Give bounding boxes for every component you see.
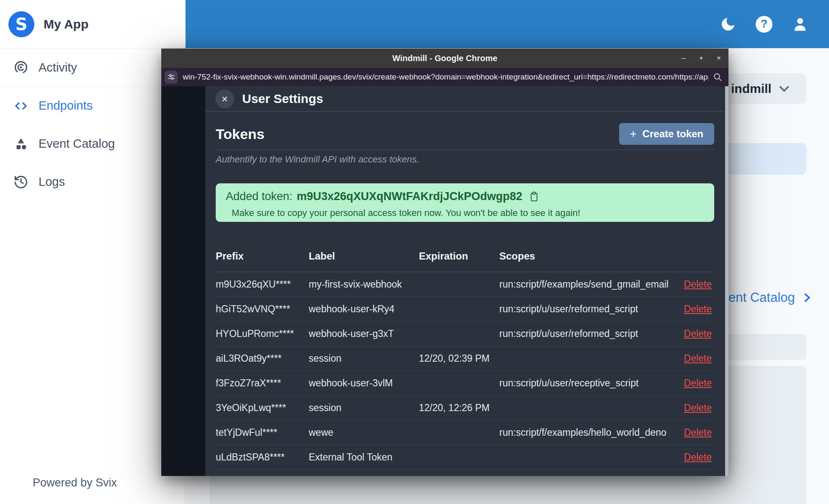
- tokens-table-body: m9U3x26qXU**** my-first-svix-webhook run…: [216, 272, 714, 476]
- history-clock-icon: [13, 175, 28, 190]
- screen: ? S My App Activity Endpoints: [0, 0, 829, 504]
- url-text[interactable]: win-752-fix-svix-webhook-win.windmill.pa…: [183, 72, 708, 82]
- close-drawer-button[interactable]: ✕: [215, 90, 234, 108]
- table-row: m9U3x26qXU**** my-first-svix-webhook run…: [216, 272, 714, 297]
- token-actions-cell: Delete: [681, 303, 714, 315]
- powered-by-svix: Powered by Svix: [33, 476, 117, 489]
- window-title: Windmill - Google Chrome: [393, 54, 498, 63]
- token-actions-cell: Delete: [681, 328, 714, 339]
- maximize-button[interactable]: +: [697, 54, 705, 62]
- create-token-label: Create token: [643, 128, 703, 140]
- token-created-alert: Added token: m9U3x26qXUXqNWtFAKrdjJCkPOd…: [216, 183, 714, 222]
- chevron-right-icon: [801, 292, 813, 303]
- sidebar-item-label: Logs: [39, 175, 65, 189]
- event-catalog-link-label: ent Catalog: [728, 290, 795, 305]
- user-icon: [791, 15, 809, 33]
- tokens-header-row: Tokens + Create token: [216, 123, 714, 145]
- token-label-cell: webhook-user-g3xT: [309, 328, 419, 339]
- page-zoom-button[interactable]: [713, 72, 723, 82]
- user-menu-button[interactable]: [790, 15, 810, 34]
- magnifier-icon: [713, 72, 723, 82]
- token-prefix-cell: f3FzoZ7raX****: [216, 378, 309, 389]
- browser-address-bar[interactable]: win-752-fix-svix-webhook-win.windmill.pa…: [161, 68, 728, 86]
- moon-icon: [720, 16, 736, 33]
- table-row: HYOLuPRomc**** webhook-user-g3xT run:scr…: [216, 321, 714, 346]
- clipboard-icon: [529, 191, 539, 202]
- app-brand: S My App: [0, 0, 185, 49]
- delete-token-link[interactable]: Delete: [684, 279, 712, 290]
- delete-token-link[interactable]: Delete: [684, 452, 712, 463]
- token-actions-cell: Delete: [681, 353, 714, 364]
- tokens-section: Tokens + Create token Authentify to the …: [205, 123, 725, 476]
- section-divider: [216, 149, 714, 150]
- delete-token-link[interactable]: Delete: [684, 353, 712, 364]
- sidebar-item-event-catalog[interactable]: Event Catalog: [0, 125, 185, 163]
- svix-logo-icon: S: [8, 11, 34, 37]
- token-scopes-cell: run:script/u/user/receptive_script: [499, 378, 681, 389]
- token-label-cell: my-first-svix-webhook: [309, 279, 419, 290]
- alert-token-line: Added token: m9U3x26qXUXqNWtFAKrdjJCkPOd…: [226, 190, 714, 203]
- delete-token-link[interactable]: Delete: [684, 402, 712, 413]
- tokens-heading: Tokens: [216, 126, 265, 142]
- create-token-button[interactable]: + Create token: [619, 123, 714, 145]
- token-actions-cell: Delete: [681, 452, 714, 463]
- token-label-cell: External Tool Token: [309, 452, 419, 463]
- table-row: aiL3ROat9y**** session 12/20, 02:39 PM D…: [216, 346, 714, 371]
- table-row: uLdBztSPA8**** External Tool Token Delet…: [216, 445, 714, 470]
- column-header-scopes: Scopes: [499, 250, 681, 262]
- drawer-header: ✕ User Settings: [205, 86, 725, 112]
- token-label-cell: wewe: [309, 427, 419, 438]
- shapes-icon: [13, 136, 28, 152]
- token-actions-cell: Delete: [681, 427, 714, 438]
- help-button[interactable]: ?: [754, 15, 774, 34]
- code-brackets-icon: [13, 98, 28, 113]
- table-row: 3YeOiKpLwq**** session 12/20, 12:26 PM D…: [216, 396, 714, 420]
- plus-icon: +: [630, 128, 637, 141]
- dark-mode-toggle[interactable]: [718, 15, 738, 34]
- table-row: f3FzoZ7raX**** webhook-user-3vlM run:scr…: [216, 371, 714, 396]
- token-actions-cell: Delete: [681, 279, 714, 290]
- tokens-subtitle: Authentify to the Windmill API with acce…: [216, 154, 714, 165]
- window-titlebar[interactable]: Windmill - Google Chrome – + ×: [161, 49, 728, 68]
- token-prefix-cell: m9U3x26qXU****: [216, 279, 309, 290]
- column-header-label: Label: [309, 250, 419, 262]
- delete-token-link[interactable]: Delete: [684, 378, 712, 388]
- token-prefix-cell: uLdBztSPA8****: [216, 452, 309, 463]
- token-label-cell: webhook-user-kRy4: [309, 303, 419, 315]
- close-window-button[interactable]: ×: [715, 54, 723, 62]
- token-prefix-cell: HYOLuPRomc****: [216, 328, 309, 339]
- token-scopes-cell: run:script/u/user/reformed_script: [499, 303, 681, 315]
- chevron-down-icon: [777, 82, 791, 96]
- site-info-button[interactable]: [165, 71, 178, 84]
- environment-label: indmill: [731, 82, 772, 96]
- tokens-table-header: Prefix Label Expiration Scopes: [216, 240, 714, 272]
- window-controls: – + ×: [680, 49, 723, 68]
- sidebar-item-activity[interactable]: Activity: [0, 49, 185, 87]
- app-name: My App: [44, 17, 88, 31]
- activity-gauge-icon: [13, 60, 28, 75]
- sidebar-item-endpoints[interactable]: Endpoints: [0, 87, 185, 125]
- token-scopes-cell: run:script/u/user/reformed_script: [499, 328, 681, 339]
- minimize-button[interactable]: –: [680, 54, 687, 62]
- copy-token-button[interactable]: [529, 191, 539, 202]
- delete-token-link[interactable]: Delete: [684, 427, 712, 438]
- column-header-expiration: Expiration: [419, 250, 499, 262]
- token-actions-cell: Delete: [681, 402, 714, 414]
- drawer-title: User Settings: [242, 92, 323, 106]
- token-expiration-cell: 12/20, 02:39 PM: [419, 353, 499, 364]
- sidebar-item-logs[interactable]: Logs: [0, 163, 185, 201]
- token-prefix-cell: tetYjDwFul****: [216, 427, 309, 438]
- event-catalog-link[interactable]: ent Catalog: [728, 290, 813, 305]
- token-scopes-cell: run:script/f/examples/hello_world_deno: [499, 427, 681, 438]
- user-settings-drawer: ✕ User Settings Tokens + Create token Au…: [205, 86, 725, 476]
- delete-token-link[interactable]: Delete: [684, 328, 712, 339]
- token-prefix-cell: 3YeOiKpLwq****: [216, 402, 309, 414]
- token-scopes-cell: run:script/f/examples/send_gmail_email: [499, 279, 681, 290]
- drawer-scrollbar[interactable]: [725, 86, 728, 476]
- tokens-table: Prefix Label Expiration Scopes m9U3x26qX…: [216, 240, 714, 476]
- sidebar-item-label: Endpoints: [39, 99, 93, 113]
- token-prefix-cell: hGiT52wVNQ****: [216, 303, 309, 315]
- browser-viewport: ✕ User Settings Tokens + Create token Au…: [161, 86, 728, 476]
- delete-token-link[interactable]: Delete: [684, 303, 712, 314]
- table-row: hGiT52wVNQ**** webhook-user-kRy4 run:scr…: [216, 297, 714, 321]
